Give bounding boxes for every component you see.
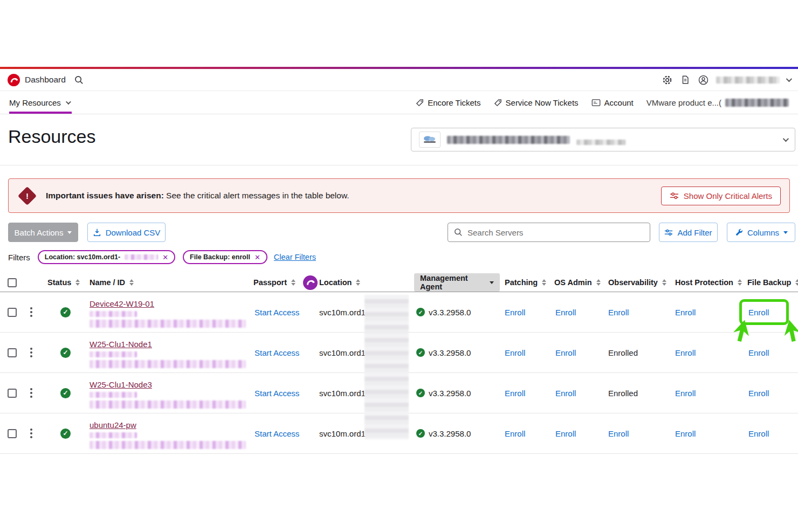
col-host-protection: Host Protection bbox=[675, 273, 742, 292]
sort-icon[interactable] bbox=[662, 279, 666, 286]
os-admin-enroll-link[interactable]: Enroll bbox=[555, 348, 576, 357]
alert-message: Important issues have arisen: See the cr… bbox=[46, 191, 349, 201]
caret-down-icon bbox=[783, 231, 788, 234]
agent-ok-icon bbox=[416, 429, 425, 438]
row-checkbox[interactable] bbox=[8, 348, 17, 357]
file-backup-enroll-link[interactable]: Enroll bbox=[748, 429, 769, 438]
gear-icon[interactable] bbox=[662, 75, 672, 85]
patching-enroll-link[interactable]: Enroll bbox=[505, 308, 525, 317]
account-name-redacted bbox=[716, 77, 780, 84]
sort-icon[interactable] bbox=[75, 279, 80, 286]
patching-enroll-link[interactable]: Enroll bbox=[505, 389, 525, 398]
file-backup-enroll-link[interactable]: Enroll bbox=[748, 308, 769, 317]
status-ok-icon bbox=[60, 429, 71, 439]
server-name-link[interactable]: Device42-W19-01 bbox=[90, 299, 154, 308]
start-access-link[interactable]: Start Access bbox=[254, 429, 299, 438]
nav-vmware-context[interactable]: VMware product e...( bbox=[646, 98, 789, 107]
sort-icon[interactable] bbox=[795, 279, 798, 286]
critical-alert-banner: ! Important issues have arisen: See the … bbox=[8, 178, 790, 213]
close-icon[interactable] bbox=[254, 253, 260, 261]
global-search-icon[interactable] bbox=[74, 75, 84, 85]
nav-account[interactable]: Account bbox=[591, 98, 634, 107]
sort-icon[interactable] bbox=[356, 279, 360, 286]
col-management-agent[interactable]: Management Agent bbox=[414, 273, 500, 292]
observability-enroll-link[interactable]: Enroll bbox=[608, 429, 629, 438]
os-admin-enroll-link[interactable]: Enroll bbox=[555, 308, 576, 317]
observability-enrolled-text: Enrolled bbox=[608, 348, 638, 357]
server-id-redacted bbox=[90, 432, 137, 438]
caret-down-icon bbox=[67, 231, 72, 234]
vmware-logo bbox=[419, 132, 441, 148]
tab-my-resources[interactable]: My Resources bbox=[9, 91, 71, 114]
columns-button[interactable]: Columns bbox=[727, 223, 795, 242]
search-icon bbox=[454, 228, 463, 237]
wrench-icon bbox=[734, 228, 743, 237]
start-access-link[interactable]: Start Access bbox=[254, 389, 299, 398]
start-access-link[interactable]: Start Access bbox=[254, 308, 299, 317]
start-access-link[interactable]: Start Access bbox=[254, 348, 299, 357]
agent-version: v3.3.2958.0 bbox=[429, 389, 471, 398]
download-icon bbox=[93, 228, 101, 237]
server-id-redacted bbox=[90, 320, 246, 328]
location-text: svc10m.ord1- bbox=[319, 429, 368, 438]
nav-service-now-tickets[interactable]: Service Now Tickets bbox=[494, 98, 579, 107]
batch-actions-button[interactable]: Batch Actions bbox=[8, 223, 78, 242]
os-admin-enroll-link[interactable]: Enroll bbox=[555, 429, 576, 438]
close-icon[interactable] bbox=[162, 253, 168, 261]
download-csv-button[interactable]: Download CSV bbox=[87, 223, 166, 242]
host-protection-enroll-link[interactable]: Enroll bbox=[675, 429, 696, 438]
ticket-icon bbox=[416, 99, 424, 107]
document-icon[interactable] bbox=[680, 75, 690, 85]
host-protection-enroll-link[interactable]: Enroll bbox=[675, 348, 696, 357]
kebab-menu-icon[interactable] bbox=[30, 429, 32, 438]
select-all-checkbox[interactable] bbox=[8, 278, 17, 287]
status-ok-icon bbox=[60, 388, 71, 398]
nav-encore-tickets[interactable]: Encore Tickets bbox=[416, 98, 480, 107]
host-protection-enroll-link[interactable]: Enroll bbox=[675, 308, 696, 317]
host-protection-enroll-link[interactable]: Enroll bbox=[675, 389, 696, 398]
chevron-down-icon[interactable] bbox=[786, 76, 792, 82]
server-name-link[interactable]: ubuntu24-pw bbox=[90, 420, 136, 430]
patching-enroll-link[interactable]: Enroll bbox=[505, 348, 525, 357]
server-name-link[interactable]: W25-Clu1-Node1 bbox=[90, 340, 152, 349]
sort-icon[interactable] bbox=[129, 279, 134, 286]
name-id-cell: W25-Clu1-Node3 bbox=[90, 380, 246, 409]
kebab-menu-icon[interactable] bbox=[30, 388, 32, 398]
ticket-icon bbox=[494, 99, 502, 107]
server-id-redacted bbox=[90, 351, 137, 357]
chevron-down-icon bbox=[783, 136, 789, 142]
kebab-menu-icon[interactable] bbox=[30, 348, 32, 357]
search-servers-input[interactable] bbox=[467, 228, 644, 237]
environment-selector[interactable] bbox=[411, 128, 795, 151]
col-status: Status bbox=[47, 273, 80, 292]
server-name-link[interactable]: W25-Clu1-Node3 bbox=[90, 380, 152, 389]
filter-pill-file-backup[interactable]: File Backup: enroll bbox=[183, 250, 267, 264]
patching-enroll-link[interactable]: Enroll bbox=[505, 429, 525, 438]
clear-filters-link[interactable]: Clear Filters bbox=[274, 253, 316, 261]
row-checkbox[interactable] bbox=[8, 308, 17, 317]
add-filter-button[interactable]: Add Filter bbox=[659, 223, 718, 242]
file-backup-enroll-link[interactable]: Enroll bbox=[748, 348, 769, 357]
filter-pill-location[interactable]: Location: svc10m.ord1- bbox=[38, 250, 175, 264]
server-id-redacted bbox=[90, 392, 137, 398]
os-admin-enroll-link[interactable]: Enroll bbox=[555, 389, 576, 398]
table-header: Status Name / ID Passport Location Manag… bbox=[0, 273, 798, 292]
title-section: Resources bbox=[0, 114, 798, 165]
filter-value-redacted bbox=[125, 254, 158, 260]
chevron-down-icon bbox=[66, 99, 71, 105]
sort-icon[interactable] bbox=[291, 279, 295, 286]
app-bar: Dashboard bbox=[0, 69, 798, 91]
show-critical-alerts-button[interactable]: Show Only Critical Alerts bbox=[661, 186, 781, 205]
row-checkbox[interactable] bbox=[8, 389, 17, 398]
server-id-redacted bbox=[90, 360, 246, 368]
sort-icon[interactable] bbox=[596, 279, 601, 286]
row-checkbox[interactable] bbox=[8, 429, 17, 438]
sort-icon[interactable] bbox=[542, 279, 546, 286]
kebab-menu-icon[interactable] bbox=[30, 307, 32, 317]
user-icon[interactable] bbox=[698, 75, 708, 85]
agent-version: v3.3.2958.0 bbox=[429, 429, 471, 438]
sort-icon[interactable] bbox=[738, 279, 742, 286]
observability-enroll-link[interactable]: Enroll bbox=[608, 308, 629, 317]
environment-name-redacted bbox=[447, 136, 570, 144]
file-backup-enroll-link[interactable]: Enroll bbox=[748, 389, 769, 398]
